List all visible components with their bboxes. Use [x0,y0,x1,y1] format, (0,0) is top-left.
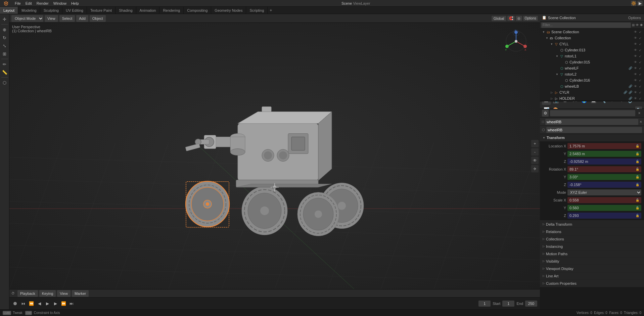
cylr-link1[interactable]: 🔗 [623,90,628,95]
measure-tool[interactable]: 📏 [1,69,8,76]
props-tab-scene[interactable]: 🏛 [542,101,551,105]
rotor2-vis-btn[interactable]: 👁 [633,72,638,77]
wheellf-link[interactable]: 🔗 [628,66,633,71]
wheellb-vis-btn[interactable]: 👁 [633,84,638,89]
cyll-sel-btn[interactable]: ↙ [638,42,643,46]
relations-collapsed[interactable]: ▷ Relations [540,228,644,235]
select-menu-btn[interactable]: Select [59,15,75,22]
menu-render[interactable]: Render [35,0,51,6]
props-tab-object[interactable]: 🔲 [589,101,598,105]
tree-collection[interactable]: ▼ 🗁 Collection 👁 ↙ [540,35,644,41]
tab-shading[interactable]: Shading [116,7,136,14]
rotation-x-lock[interactable]: 🔓 [636,168,639,171]
viewport-display-collapsed[interactable]: ▷ Viewport Display [540,265,644,272]
proportional-btn[interactable]: ◎ [516,16,522,21]
cyll-vis-btn[interactable]: 👁 [633,42,638,46]
location-y-lock[interactable]: 🔓 [636,152,639,155]
holder-arrow[interactable]: ▷ [549,96,554,101]
jump-start-btn[interactable]: ⏮ [20,301,26,307]
scene-sel-btn[interactable]: ↙ [638,30,643,34]
current-frame-input[interactable] [478,301,491,307]
rotation-z-field[interactable]: -0.158° 🔓 [567,182,641,188]
props-tab-physics[interactable]: ⚛ [617,101,626,105]
view-menu-btn[interactable]: View [45,15,58,22]
props-filter-icon[interactable]: ⚙ [542,110,549,117]
cursor-tool[interactable]: ✛ [1,15,8,23]
cyl016-vis-btn[interactable]: 👁 [633,78,638,83]
tab-rendering[interactable]: Rendering [159,7,184,14]
props-search-clear[interactable]: × [637,110,642,116]
transform-section-header[interactable]: ▼ Transform [540,134,644,141]
cylr-arrow[interactable]: ▷ [549,90,554,95]
tree-holder[interactable]: ▷ ▷ HOLDER 🔗 👁 ↙ [540,95,644,101]
props-tab-particles[interactable]: ✦ [608,101,616,105]
menu-help[interactable]: Help [69,0,81,6]
next-keyframe-btn[interactable]: ⏩ [60,301,66,307]
transform-global-btn[interactable]: Global [492,16,506,21]
menu-edit[interactable]: Edit [24,0,34,6]
rotation-x-field[interactable]: 89.1° 🔓 [567,166,641,172]
location-y-field[interactable]: 2.5483 m 🔓 [567,151,641,157]
holder-sel-btn[interactable]: ↙ [638,96,643,101]
rotor1-sel-btn[interactable]: ↙ [638,54,643,58]
wheellf-sel-btn[interactable]: ↙ [638,66,643,71]
rotation-z-lock[interactable]: 🔓 [636,183,639,186]
scale-x-lock[interactable]: 🔓 [636,198,639,202]
delta-transform-collapsed[interactable]: ▷ Delta Transform [540,221,644,228]
tree-cylr[interactable]: ▷ ▷ CYLR 🔗 🔗 👁 ↙ [540,89,644,95]
instancing-collapsed[interactable]: ▷ Instancing [540,243,644,250]
prev-keyframe-btn[interactable]: ⏪ [28,301,34,307]
viewport-canvas[interactable]: User Perspective (1) Collection | wheelR… [9,23,540,289]
rotation-y-field[interactable]: 3.03° 🔓 [567,174,641,180]
play-btn[interactable]: ▶ [44,301,50,307]
rotate-tool[interactable]: ↻ [1,34,8,41]
tree-wheellb[interactable]: ▷ ⬡ wheelLB 🔗 👁 ↙ [540,83,644,89]
location-x-lock[interactable]: 🔓 [636,144,639,148]
visibility-filter[interactable]: 👁 [636,23,639,27]
transform-tool[interactable]: ⊞ [1,50,8,57]
coll-arrow[interactable]: ▼ [545,36,549,40]
location-z-field[interactable]: -0.92582 m 🔓 [567,159,641,165]
tree-cyl015[interactable]: ▷ ⬡ Cylinder.015 👁 ↙ [540,59,644,65]
cyl015-vis-btn[interactable]: 👁 [633,60,638,64]
select-filter[interactable]: ✱ [640,23,643,27]
add-workspace-tab[interactable]: + [268,8,274,13]
tab-animation[interactable]: Animation [136,7,160,14]
object-menu-btn[interactable]: Object [90,15,106,22]
cylr-sel-btn[interactable]: ↙ [638,90,643,95]
scale-z-field[interactable]: 0.293 🔓 [567,213,641,219]
coll-vis-btn[interactable]: 👁 [633,36,638,40]
nav-zoom-out[interactable]: - [531,148,539,155]
snap-btn[interactable]: 🧲 [507,16,515,21]
cyl013-sel-btn[interactable]: ↙ [638,48,643,52]
timeline-view-menu[interactable]: View [57,290,71,297]
tree-rotor1[interactable]: ▼ ▽ rotorL1 👁 ↙ [540,53,644,59]
tree-cyl016[interactable]: ▷ ⬡ Cylinder.016 👁 ↙ [540,77,644,83]
holder-link[interactable]: 🔗 [628,96,633,101]
outliner-filter-input[interactable] [541,22,631,28]
move-tool[interactable]: ⊕ [1,26,8,33]
rotor2-arrow[interactable]: ▼ [555,72,559,77]
scale-y-field[interactable]: 0.560 🔓 [567,205,641,211]
wheellf-vis-btn[interactable]: 👁 [633,66,638,71]
tree-cyl013[interactable]: ▷ ⬡ Cylinder.013 👁 ↙ [540,47,644,53]
rotation-y-lock[interactable]: 🔓 [636,175,639,179]
coll-sel-btn[interactable]: ↙ [638,36,643,40]
props-tab-output[interactable]: 🖥 [561,101,569,105]
location-x-field[interactable]: 1.7576 m 🔓 [567,143,641,149]
tab-sculpting[interactable]: Sculpting [40,7,62,14]
collections-collapsed[interactable]: ▷ Collections [540,235,644,243]
jump-end-btn[interactable]: ⏭ [68,301,75,307]
tab-geometry-nodes[interactable]: Geometry Nodes [211,7,246,14]
mode-dropdown[interactable]: Object Mode [11,15,43,22]
props-tab-render[interactable]: 📷 [551,101,560,105]
tab-scripting[interactable]: Scripting [246,7,268,14]
step-back-btn[interactable]: ◀ [36,301,42,307]
props-tab-modifier[interactable]: 🔧 [598,101,607,105]
record-btn[interactable] [12,301,18,307]
object-name-clear[interactable]: × [640,120,642,124]
nav-look-through[interactable]: 👁 [531,156,539,164]
options-btn[interactable]: Options [523,16,538,21]
holder-vis-btn[interactable]: 👁 [633,96,638,101]
props-tab-view[interactable]: 🗺 [570,101,579,105]
